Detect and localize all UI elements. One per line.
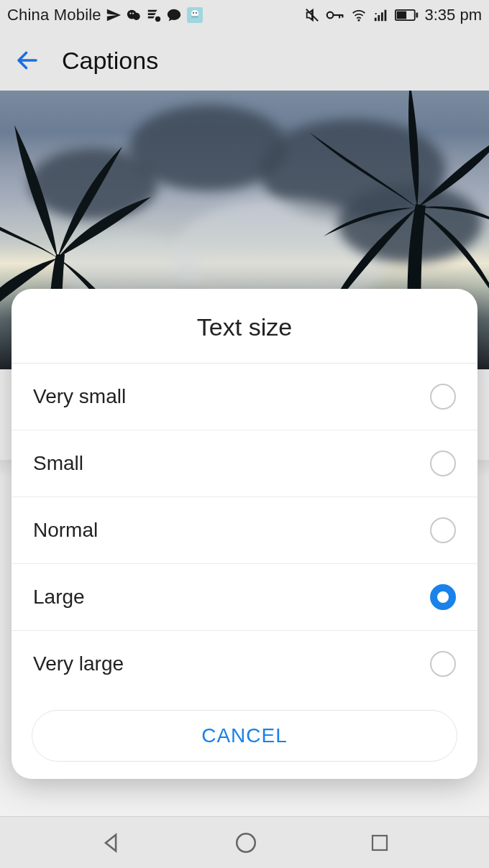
- option-very-small[interactable]: Very small: [12, 364, 477, 430]
- option-label: Very small: [33, 385, 126, 408]
- app-icon: [186, 6, 204, 24]
- svg-point-7: [193, 12, 194, 14]
- system-nav-bar: [0, 816, 489, 868]
- stack-icon: [146, 7, 162, 23]
- radio-icon: [430, 651, 456, 677]
- svg-point-8: [196, 12, 197, 14]
- svg-rect-22: [396, 11, 406, 19]
- cancel-button[interactable]: CANCEL: [32, 710, 457, 762]
- signal-icon: [373, 7, 389, 23]
- svg-point-11: [326, 12, 333, 19]
- option-label: Large: [33, 586, 85, 609]
- svg-rect-9: [191, 16, 198, 18]
- option-label: Normal: [33, 519, 98, 542]
- svg-rect-18: [381, 12, 383, 21]
- cancel-label: CANCEL: [201, 724, 288, 747]
- svg-rect-16: [374, 18, 376, 22]
- svg-rect-17: [378, 15, 380, 21]
- radio-icon: [430, 384, 456, 410]
- radio-icon: [430, 451, 456, 476]
- dialog-title: Text size: [12, 289, 477, 364]
- nav-back-button[interactable]: [99, 831, 123, 855]
- radio-icon-selected: [430, 584, 456, 610]
- status-left: China Mobile: [7, 6, 204, 24]
- wifi-icon: [350, 7, 367, 23]
- carrier-label: China Mobile: [7, 6, 101, 24]
- clock-label: 3:35 pm: [425, 6, 483, 24]
- wechat-icon: [126, 7, 142, 23]
- svg-point-20: [375, 13, 376, 14]
- mute-icon: [304, 7, 320, 23]
- battery-icon: [395, 9, 419, 22]
- svg-point-4: [155, 17, 160, 22]
- app-bar: Captions: [0, 30, 489, 91]
- svg-point-1: [132, 13, 140, 20]
- status-bar: China Mobile 3:35 pm: [0, 0, 489, 30]
- nav-recent-button[interactable]: [369, 832, 390, 854]
- option-label: Small: [33, 452, 83, 475]
- vpn-key-icon: [326, 7, 344, 23]
- option-very-large[interactable]: Very large: [12, 631, 477, 697]
- nav-home-button[interactable]: [234, 831, 258, 855]
- option-normal[interactable]: Normal: [12, 497, 477, 564]
- send-icon: [106, 7, 122, 23]
- page-title: Captions: [62, 47, 158, 75]
- svg-rect-25: [373, 836, 387, 850]
- status-right: 3:35 pm: [304, 6, 483, 24]
- option-label: Very large: [33, 652, 124, 675]
- svg-point-24: [237, 834, 255, 852]
- back-button[interactable]: [14, 47, 40, 73]
- svg-point-3: [132, 13, 134, 14]
- svg-point-2: [129, 13, 131, 14]
- option-small[interactable]: Small: [12, 430, 477, 497]
- option-large[interactable]: Large: [12, 564, 477, 631]
- text-size-dialog: Text size Very small Small Normal Large …: [12, 289, 477, 779]
- chat-bubble-icon: [166, 7, 182, 23]
- svg-point-15: [357, 19, 360, 22]
- svg-rect-23: [416, 12, 418, 17]
- svg-rect-19: [384, 10, 386, 22]
- radio-icon: [430, 517, 456, 543]
